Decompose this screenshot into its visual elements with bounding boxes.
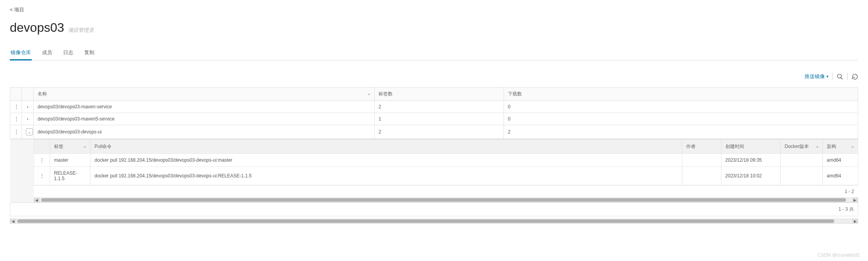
repo-tags: 2 <box>375 101 504 113</box>
repo-name[interactable]: devops03/devops03-devops-ui <box>34 125 375 139</box>
expand-toggle[interactable]: › <box>22 113 34 125</box>
col-expand <box>22 88 34 101</box>
row-actions-icon[interactable]: ⋮ <box>10 101 22 113</box>
filter-icon[interactable]: ⏷ <box>367 92 371 96</box>
svg-point-0 <box>837 74 841 78</box>
inner-col-author[interactable]: 作者 <box>682 140 721 154</box>
repo-downloads: 0 <box>504 113 858 125</box>
row-actions-icon[interactable]: ⋮ <box>34 167 50 185</box>
tag-arch: amd64 <box>823 154 858 167</box>
expand-toggle[interactable]: ⌄ <box>22 125 34 139</box>
refresh-icon[interactable] <box>852 73 858 80</box>
scroll-left-arrow-icon[interactable]: ◀ <box>10 219 16 223</box>
inner-col-actions <box>34 140 50 154</box>
tag-row[interactable]: ⋮ master docker pull 192.168.204.15/devo… <box>34 154 858 167</box>
table-row[interactable]: ⋮ ⌄ devops03/devops03-devops-ui 2 2 <box>10 125 858 139</box>
tab-replication[interactable]: 复制 <box>83 47 95 60</box>
tab-bar: 镜像仓库 成员 日志 复制 <box>10 47 858 60</box>
push-image-label: 推送镜像 <box>805 73 825 80</box>
svg-line-1 <box>841 77 843 79</box>
outer-h-scrollbar[interactable]: ◀ ▶ <box>10 219 858 224</box>
tag-author <box>682 167 721 185</box>
page-title: devops03 <box>10 20 64 35</box>
col-name-label: 名称 <box>38 91 47 97</box>
tab-logs[interactable]: 日志 <box>62 47 74 60</box>
col-tags[interactable]: 标签数 <box>375 88 504 101</box>
inner-col-tag-label: 标签 <box>54 144 63 149</box>
scrollbar-thumb[interactable] <box>41 198 846 202</box>
divider <box>847 73 848 80</box>
col-downloads-label: 下载数 <box>508 91 522 97</box>
col-downloads[interactable]: 下载数 <box>504 88 858 101</box>
repo-tags: 2 <box>375 125 504 139</box>
expand-toggle[interactable]: › <box>22 101 34 113</box>
chevron-right-icon: › <box>27 117 29 121</box>
scroll-left-arrow-icon[interactable]: ◀ <box>34 198 40 202</box>
scrollbar-thumb[interactable] <box>17 219 834 223</box>
tags-table: 标签 ⏷ Pull命令 作者 创建时间 Docker版本 ⏷ <box>34 139 858 185</box>
chevron-right-icon: › <box>27 104 29 109</box>
tag-name[interactable]: master <box>50 154 90 167</box>
tag-arch: amd64 <box>823 167 858 185</box>
filter-icon[interactable]: ⏷ <box>83 144 87 149</box>
repo-name[interactable]: devops03/devops03-maven-service <box>34 101 375 113</box>
inner-h-scrollbar[interactable]: ◀ ▶ <box>34 197 858 203</box>
page-subtitle: 项目管理员 <box>68 27 94 34</box>
row-actions-icon[interactable]: ⋮ <box>10 113 22 125</box>
pull-command[interactable]: docker pull 192.168.204.15/devops03/devo… <box>91 154 682 167</box>
breadcrumb-back[interactable]: < 项目 <box>10 4 858 20</box>
outer-pagination: 1 - 3 共 <box>10 203 858 216</box>
repo-name[interactable]: devops03/devops03-maven5-service <box>34 113 375 125</box>
table-row[interactable]: ⋮ › devops03/devops03-maven-service 2 0 <box>10 101 858 113</box>
scroll-right-arrow-icon[interactable]: ▶ <box>852 219 858 223</box>
inner-col-pull[interactable]: Pull命令 <box>91 140 682 154</box>
inner-col-tag[interactable]: 标签 ⏷ <box>50 140 90 154</box>
filter-icon[interactable]: ⏷ <box>815 144 819 149</box>
inner-pagination: 1 - 2 <box>34 185 858 197</box>
chevron-down-icon: ▾ <box>826 75 828 78</box>
tab-repos[interactable]: 镜像仓库 <box>10 47 32 60</box>
divider <box>832 73 833 80</box>
expanded-row: 标签 ⏷ Pull命令 作者 创建时间 Docker版本 ⏷ <box>10 139 858 203</box>
col-actions <box>10 88 22 101</box>
repo-tags: 1 <box>375 113 504 125</box>
tag-created: 2023/12/18 09:35 <box>721 154 781 167</box>
col-tags-label: 标签数 <box>379 91 393 97</box>
tag-name[interactable]: RELEASE-1.1.5 <box>50 167 90 185</box>
repo-downloads: 0 <box>504 101 858 113</box>
tag-docker-ver <box>781 154 823 167</box>
tab-members[interactable]: 成员 <box>41 47 53 60</box>
row-actions-icon[interactable]: ⋮ <box>10 125 22 139</box>
repo-downloads: 2 <box>504 125 858 139</box>
tag-created: 2023/12/18 10:02 <box>721 167 781 185</box>
inner-col-created[interactable]: 创建时间 <box>721 140 781 154</box>
table-row[interactable]: ⋮ › devops03/devops03-maven5-service 1 0 <box>10 113 858 125</box>
row-actions-icon[interactable]: ⋮ <box>34 154 50 167</box>
push-image-link[interactable]: 推送镜像 ▾ <box>805 73 828 80</box>
pull-command[interactable]: docker pull 192.168.204.15/devops03/devo… <box>91 167 682 185</box>
filter-icon[interactable]: ⏷ <box>851 144 855 149</box>
repo-table: 名称 ⏷ 标签数 下载数 ⋮ › devops03/devops03-maven… <box>10 87 858 203</box>
chevron-down-icon: ⌄ <box>26 128 33 135</box>
search-icon[interactable] <box>837 73 843 80</box>
col-name[interactable]: 名称 ⏷ <box>34 88 375 101</box>
inner-col-arch-label: 架构 <box>827 144 836 149</box>
inner-col-docker-label: Docker版本 <box>785 144 809 149</box>
inner-col-docker[interactable]: Docker版本 ⏷ <box>781 140 823 154</box>
tag-author <box>682 154 721 167</box>
tag-docker-ver <box>781 167 823 185</box>
scroll-right-arrow-icon[interactable]: ▶ <box>852 198 858 202</box>
nested-gutter <box>10 139 34 203</box>
inner-col-arch[interactable]: 架构 ⏷ <box>823 140 858 154</box>
tag-row[interactable]: ⋮ RELEASE-1.1.5 docker pull 192.168.204.… <box>34 167 858 185</box>
